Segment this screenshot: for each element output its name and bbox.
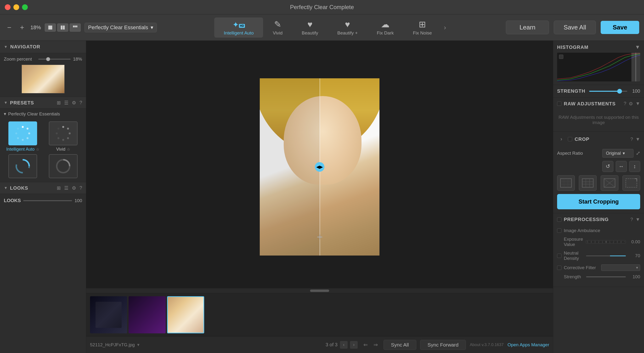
split-view-button[interactable] xyxy=(57,24,68,32)
crop-grid-diagonal-button[interactable] xyxy=(601,175,618,191)
minimize-button[interactable] xyxy=(14,4,19,10)
preset-intelligent-auto[interactable]: Intelligent Auto ☆ xyxy=(4,122,42,152)
zoom-in-button[interactable]: + xyxy=(18,22,27,32)
strength-slider[interactable] xyxy=(589,91,627,92)
preset-intelligent-auto-thumb[interactable] xyxy=(8,122,37,145)
bottom-bar: 52112_HcPJFxTG.jpg ▾ 3 of 3 ‹ › ⇐ ⇒ Sync… xyxy=(86,336,553,353)
crop-expand-icon[interactable]: ⤢ xyxy=(636,150,640,156)
presets-group-arrow[interactable]: ▾ xyxy=(4,111,6,117)
crop-grid-none-button[interactable] xyxy=(557,175,575,191)
sync-all-button[interactable]: Sync All xyxy=(384,340,416,350)
preset-vivid[interactable]: Vivid ☆ xyxy=(44,122,82,152)
start-cropping-button[interactable]: Start Cropping xyxy=(557,194,640,209)
tool-vivid[interactable]: ✎ Vivid xyxy=(263,18,292,38)
filmstrip-item-3[interactable] xyxy=(167,296,204,333)
presets-list-icon[interactable]: ☰ xyxy=(64,100,68,106)
preprocessing-collapse-arrow[interactable]: ▼ xyxy=(636,217,640,222)
preset-selector[interactable]: Perfectly Clear Essentials ▾ xyxy=(84,23,157,32)
navigator-section: ▼ NAVIGATOR Zoom percent 18% xyxy=(0,41,86,97)
tool-fix-dark[interactable]: ☁ Fix Dark xyxy=(367,18,404,38)
filename-dropdown-arrow[interactable]: ▾ xyxy=(137,342,140,348)
tool-fix-noise[interactable]: ⊞ Fix Noise xyxy=(404,18,442,38)
next-page-button[interactable]: › xyxy=(350,341,358,349)
preset-vivid-thumb[interactable] xyxy=(49,122,78,145)
tool-beautify-plus[interactable]: ♥ Beautify + xyxy=(328,18,367,38)
presets-collapse-arrow[interactable]: ▼ xyxy=(4,100,8,105)
canvas-scroll-x[interactable] xyxy=(86,288,553,293)
neutral-density-checkbox[interactable] xyxy=(557,254,562,258)
crop-flip-v-button[interactable]: ↕ xyxy=(629,161,640,172)
learn-button[interactable]: Learn xyxy=(506,20,549,34)
zoom-slider-thumb[interactable] xyxy=(46,57,50,61)
crop-help-icon[interactable]: ? xyxy=(630,136,633,142)
looks-grid-icon[interactable]: ⊞ xyxy=(57,185,61,191)
preset-item-3[interactable] xyxy=(4,154,42,180)
preset-item-4[interactable] xyxy=(44,154,82,180)
crop-grid-rule-thirds-button[interactable] xyxy=(579,175,596,191)
looks-settings-icon[interactable]: ⚙ xyxy=(72,185,76,191)
image-ambulance-row: Image Ambulance xyxy=(557,228,640,233)
open-apps-manager-button[interactable]: Open Apps Manager xyxy=(508,342,549,348)
tools-next-arrow[interactable]: › xyxy=(442,24,448,31)
raw-adjustments-collapse-arrow[interactable]: ▼ xyxy=(636,101,640,106)
save-button[interactable]: Save xyxy=(601,21,639,34)
prev-page-button[interactable]: ‹ xyxy=(340,341,348,349)
image-ambulance-checkbox[interactable] xyxy=(557,228,562,233)
preprocessing-checkbox[interactable] xyxy=(557,218,562,222)
image-wrapper: ◀▶ ✛ xyxy=(260,78,380,256)
nav-first-button[interactable]: ⇐ xyxy=(362,341,370,349)
compare-view-button[interactable] xyxy=(70,24,81,32)
tool-intelligent-auto[interactable]: ✦HD Intelligent Auto xyxy=(214,18,263,38)
looks-list-icon[interactable]: ☰ xyxy=(64,185,68,191)
neutral-density-slider[interactable] xyxy=(586,256,626,256)
zoom-slider[interactable] xyxy=(38,59,70,60)
crop-checkbox[interactable] xyxy=(568,137,572,141)
raw-adjustments-settings-icon[interactable]: ⚙ xyxy=(629,101,633,106)
crop-expand-arrow[interactable]: › xyxy=(557,135,566,143)
maximize-button[interactable] xyxy=(22,4,28,10)
nav-last-button[interactable]: ⇒ xyxy=(372,341,380,349)
corrective-filter-strength-slider[interactable] xyxy=(586,276,626,277)
crop-freeform-button[interactable] xyxy=(622,175,640,191)
crop-collapse-arrow[interactable]: ▼ xyxy=(636,136,640,142)
strength-slider-thumb[interactable] xyxy=(617,89,622,94)
toolbar-right: Learn Save All Save xyxy=(506,20,639,34)
corrective-filter-checkbox[interactable] xyxy=(557,266,562,270)
sync-forward-button[interactable]: Sync Forward xyxy=(420,340,466,350)
preprocessing-help-icon[interactable]: ? xyxy=(630,217,633,222)
crop-rotate-left-button[interactable]: ↺ xyxy=(602,161,613,172)
looks-help-icon[interactable]: ? xyxy=(80,185,82,191)
raw-adjustments-help-icon[interactable]: ? xyxy=(624,101,626,106)
preprocessing-header: PREPROCESSING ? ▼ xyxy=(553,214,644,226)
looks-slider[interactable] xyxy=(23,200,72,201)
before-after-handle[interactable]: ◀▶ xyxy=(315,162,324,172)
corrective-filter-select[interactable]: ▾ xyxy=(601,264,640,271)
filmstrip-item-1[interactable] xyxy=(90,296,127,333)
preset-thumb-3[interactable] xyxy=(8,154,37,178)
aspect-ratio-select[interactable]: Original ▾ xyxy=(602,149,634,158)
presets-help-icon[interactable]: ? xyxy=(80,100,82,106)
histogram-collapse-arrow[interactable]: ▼ xyxy=(635,44,640,50)
preset-thumb-4[interactable] xyxy=(49,154,78,178)
raw-adjustments-checkbox[interactable] xyxy=(557,102,562,106)
close-button[interactable] xyxy=(5,4,10,10)
canvas-area[interactable]: ◀▶ ✛ xyxy=(86,41,553,293)
svg-point-19 xyxy=(58,137,59,139)
save-all-button[interactable]: Save All xyxy=(554,20,596,34)
presets-grid-icon[interactable]: ⊞ xyxy=(57,100,61,106)
preset-vivid-star-icon[interactable]: ☆ xyxy=(67,147,70,152)
svg-point-21 xyxy=(58,128,59,130)
filmstrip-item-2[interactable] xyxy=(128,296,166,333)
raw-adjustments-header[interactable]: RAW ADJUSTMENTS ? ⚙ ▼ xyxy=(553,98,644,110)
zoom-out-button[interactable]: − xyxy=(5,22,14,32)
single-view-button[interactable] xyxy=(45,24,56,32)
tool-beautify[interactable]: ♥ Beautify xyxy=(292,18,328,38)
histogram-checkbox[interactable] xyxy=(559,54,563,59)
presets-settings-icon[interactable]: ⚙ xyxy=(72,100,76,106)
preset-star-icon[interactable]: ☆ xyxy=(36,147,39,152)
looks-collapse-arrow[interactable]: ▼ xyxy=(4,186,8,190)
crop-flip-h-button[interactable]: ↔ xyxy=(616,161,627,172)
navigator-collapse-arrow[interactable]: ▼ xyxy=(4,45,8,49)
canvas-scroll-thumb[interactable] xyxy=(310,290,329,292)
exposure-value-track[interactable]: 5 4 3 2 1 0 1 2 3 4 ¹ xyxy=(586,240,626,244)
